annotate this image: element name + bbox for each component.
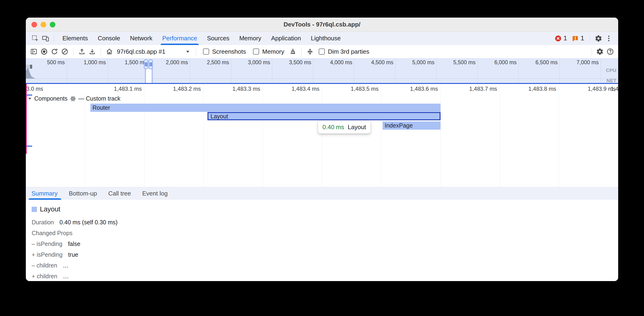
- checkbox-box: [319, 48, 325, 55]
- timeline-overview[interactable]: 500 ms 1,000 ms 1,500 ms 2,000 ms 2,500 …: [26, 58, 618, 84]
- devtools-menu-button[interactable]: [604, 33, 614, 44]
- timeline-ruler: 3.0 ms 1,483.1 ms 1,483.2 ms 1,483.3 ms …: [26, 84, 618, 93]
- toggle-sidebar-button[interactable]: [29, 46, 39, 57]
- divider: [590, 35, 590, 42]
- tab-event-log[interactable]: Event log: [142, 187, 168, 200]
- clear-button[interactable]: [60, 46, 70, 57]
- tab-application[interactable]: Application: [266, 32, 306, 45]
- inspect-element-button[interactable]: [30, 33, 40, 44]
- prop-value: true: [68, 252, 78, 258]
- devtools-settings-button[interactable]: [593, 33, 604, 44]
- live-metrics-button[interactable]: [104, 46, 114, 57]
- overview-tick: 4,000 ms: [313, 58, 354, 83]
- tab-elements[interactable]: Elements: [58, 32, 93, 45]
- record-button[interactable]: [39, 46, 49, 57]
- screenshot-thumbnail: [26, 65, 32, 69]
- scroll-indicator-bottom: [26, 146, 32, 147]
- ruler-tick: 1,48: [610, 84, 618, 93]
- prop-key: – isPending: [32, 241, 62, 247]
- devtools-tabbar: Elements Console Network Performance Sou…: [26, 32, 618, 45]
- selection-right-edge: [152, 68, 153, 83]
- prop-key: + isPending: [32, 252, 62, 258]
- components-track-header[interactable]: Components — Custom track: [28, 95, 120, 102]
- tabbar-right-controls: 1 1: [552, 33, 614, 44]
- issue-count-badge[interactable]: 1: [572, 35, 584, 42]
- screenshots-checkbox[interactable]: Screenshots: [203, 48, 246, 55]
- overview-tick: 6,500 ms: [519, 58, 560, 83]
- overview-tick: 5,500 ms: [436, 58, 478, 83]
- flame-bar-indexpage[interactable]: IndexPage: [382, 121, 440, 130]
- prop-value: …: [63, 262, 68, 268]
- overview-tick: 7,000 ms: [560, 58, 601, 83]
- gear-icon: [596, 48, 604, 55]
- toolbar-right: [588, 46, 615, 57]
- ruler-tick: 1,483.7 ms: [440, 84, 500, 93]
- selection-left-edge: [145, 68, 146, 83]
- target-selector-dropdown[interactable]: 97r6ql.csb.app #1: [114, 48, 193, 55]
- chevron-down-icon: [185, 49, 190, 54]
- tab-network[interactable]: Network: [125, 32, 157, 45]
- prop-row: – children …: [32, 262, 618, 268]
- checkbox-box: [203, 48, 209, 55]
- divider: [101, 48, 101, 55]
- toggle-device-toolbar-button[interactable]: [40, 33, 51, 44]
- overview-tick: 3,000 ms: [231, 58, 272, 83]
- inspect-cursor-icon: [32, 35, 39, 42]
- details-tabbar: Summary Bottom-up Call tree Event log: [26, 187, 618, 200]
- help-icon: [606, 48, 614, 55]
- ruler-tick: 1,483.1 ms: [85, 84, 144, 93]
- memory-checkbox[interactable]: Memory: [253, 48, 284, 55]
- selection-right-handle[interactable]: [148, 59, 153, 69]
- download-icon: [88, 48, 96, 55]
- collapse-icon: [306, 48, 314, 55]
- selection-left-handle[interactable]: [144, 59, 148, 69]
- prop-key: + children: [32, 273, 57, 279]
- tab-summary[interactable]: Summary: [32, 187, 58, 200]
- issue-icon: [572, 35, 579, 42]
- overview-tick: 6,000 ms: [478, 58, 519, 83]
- summary-title-row: Layout: [32, 205, 618, 213]
- error-count-badge[interactable]: 1: [554, 35, 567, 42]
- gridline: [500, 93, 500, 187]
- ruler-tick: 1,483.2 ms: [144, 84, 204, 93]
- dim-3rd-parties-checkbox[interactable]: Dim 3rd parties: [319, 48, 369, 55]
- overview-tick: 2,500 ms: [190, 58, 231, 83]
- prop-value: false: [68, 241, 80, 247]
- tab-sources[interactable]: Sources: [202, 32, 234, 45]
- error-count: 1: [564, 35, 567, 42]
- prop-value: …: [63, 273, 69, 279]
- cpu-lane-label: CPU: [606, 67, 616, 73]
- flame-chart[interactable]: Components — Custom track Router Layout …: [26, 93, 618, 187]
- tab-performance[interactable]: Performance: [157, 32, 202, 45]
- ruler-tick: 1,483.8 ms: [500, 84, 559, 93]
- save-profile-button[interactable]: [87, 46, 98, 57]
- ruler-tick: 1,483.5 ms: [322, 84, 381, 93]
- collapse-tracks-button[interactable]: [305, 46, 315, 57]
- tab-bottom-up[interactable]: Bottom-up: [69, 187, 97, 200]
- flame-bar-layout[interactable]: Layout: [208, 112, 440, 120]
- dim-3rd-parties-label: Dim 3rd parties: [328, 48, 369, 55]
- screenshots-label: Screenshots: [212, 48, 246, 55]
- prop-row: + isPending true: [32, 252, 618, 258]
- divider: [73, 48, 74, 55]
- overview-tick: 5,000 ms: [396, 58, 436, 83]
- scroll-indicator-top: [26, 94, 32, 96]
- tab-memory[interactable]: Memory: [234, 32, 266, 45]
- tab-console[interactable]: Console: [93, 32, 125, 45]
- capture-settings-button[interactable]: [595, 46, 605, 57]
- help-button[interactable]: [605, 46, 615, 57]
- record-and-reload-button[interactable]: [49, 46, 60, 57]
- ruler-tick: 1,483.3 ms: [204, 84, 263, 93]
- window-title: DevTools - 97r6ql.csb.app/: [26, 21, 618, 28]
- error-icon: [554, 35, 562, 42]
- flame-bar-router[interactable]: Router: [90, 104, 440, 112]
- react-atom-icon: [70, 96, 76, 102]
- performance-toolbar: 97r6ql.csb.app #1 Screenshots Memory Dim…: [26, 45, 618, 58]
- overview-tick: 1,000 ms: [67, 58, 108, 83]
- collect-garbage-button[interactable]: [288, 46, 298, 57]
- load-profile-button[interactable]: [77, 46, 87, 57]
- tab-lighthouse[interactable]: Lighthouse: [306, 32, 346, 45]
- duration-value: 0.40 ms (self 0.30 ms): [60, 219, 118, 225]
- tab-call-tree[interactable]: Call tree: [108, 187, 131, 200]
- memory-label: Memory: [262, 48, 284, 55]
